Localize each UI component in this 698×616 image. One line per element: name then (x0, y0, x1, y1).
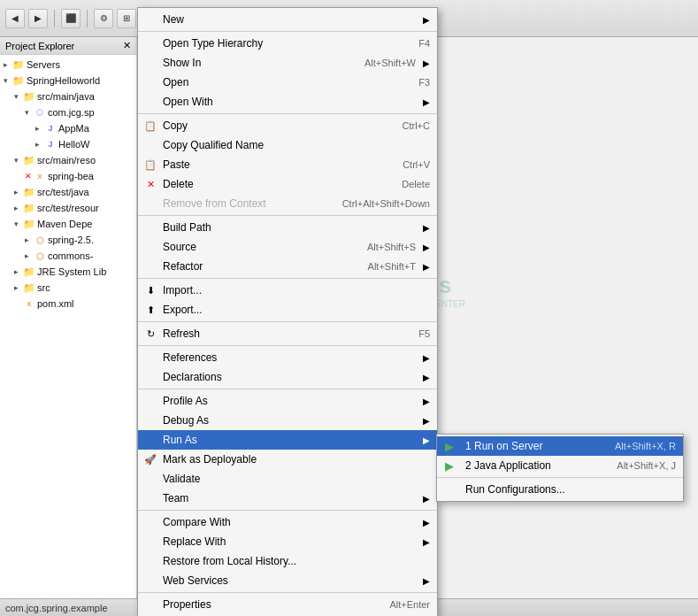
grid-button[interactable]: ⊞ (117, 9, 136, 28)
tree-item-servers[interactable]: ▸ 📁 Servers (0, 57, 136, 73)
menu-label-export: Export... (163, 304, 430, 316)
menu-item-show-in[interactable]: Show In Alt+Shift+W ▶ (138, 53, 437, 73)
tree-item-src-main-reso[interactable]: ▾ 📁 src/main/reso (0, 152, 136, 168)
menu-label-replace-with: Replace With (163, 535, 416, 548)
menu-item-source[interactable]: Source Alt+Shift+S ▶ (138, 237, 437, 257)
menu-label-profile-as: Profile As (163, 395, 416, 407)
tree-label: AppMa (58, 123, 89, 134)
menu-shortcut-open-type-hierarchy: F4 (418, 38, 430, 49)
menu-item-team[interactable]: Team ▶ (138, 489, 437, 508)
submenu-arrow: ▶ (423, 58, 430, 68)
refresh-icon: ↻ (143, 327, 157, 341)
tree-item-appma[interactable]: ▸ J AppMa (0, 120, 136, 136)
tree-label: commons- (48, 250, 93, 261)
menu-label-open-type-hierarchy: Open Type Hierarchy (163, 37, 401, 50)
submenu-arrow: ▶ (423, 537, 430, 547)
tree-item-src-main-java[interactable]: ▾ 📁 src/main/java (0, 89, 136, 104)
java-icon: J (44, 138, 57, 150)
menu-item-run-as[interactable]: Run As ▶ (138, 430, 437, 450)
menu-item-validate[interactable]: Validate (138, 469, 437, 489)
menu-item-paste[interactable]: 📋 Paste Ctrl+V (138, 155, 437, 174)
menu-item-replace-with[interactable]: Replace With ▶ (138, 532, 437, 551)
menu-label-open: Open (163, 76, 401, 89)
menu-item-export[interactable]: ⬆ Export... (138, 300, 437, 320)
run-as-submenu-item-run-on-server[interactable]: ▶ 1 Run on Server Alt+Shift+X, R (437, 436, 683, 456)
menu-item-new[interactable]: New ▶ (138, 10, 437, 29)
menu-item-restore-local-history[interactable]: Restore from Local History... (138, 551, 437, 571)
tree-item-commons[interactable]: ▸ ⬡ commons- (0, 248, 136, 264)
menu-separator (138, 389, 437, 389)
menu-item-refactor[interactable]: Refactor Alt+Shift+T ▶ (138, 257, 437, 276)
submenu-arrow: ▶ (423, 262, 430, 272)
tree-item-src-test-java[interactable]: ▸ 📁 src/test/java (0, 184, 136, 200)
menu-item-build-path[interactable]: Build Path ▶ (138, 218, 437, 237)
tree-arrow: ▾ (14, 219, 23, 228)
forward-button[interactable]: ▶ (28, 9, 48, 28)
menu-item-copy[interactable]: 📋 Copy Ctrl+C (138, 116, 437, 135)
menu-item-delete[interactable]: ✕ Delete Delete (138, 174, 437, 194)
menu-item-declarations[interactable]: Declarations ▶ (138, 367, 437, 387)
menu-separator (138, 345, 437, 346)
menu-item-properties[interactable]: Properties Alt+Enter (138, 595, 437, 614)
menu-shortcut-source: Alt+Shift+S (367, 242, 416, 252)
menu-shortcut-open: F3 (418, 77, 430, 88)
menu-item-copy-qualified-name[interactable]: Copy Qualified Name (138, 135, 437, 155)
tree-item-spring-2-5[interactable]: ▸ ⬡ spring-2.5. (0, 232, 136, 248)
toolbar-separator-2 (87, 10, 88, 27)
folder-icon: 📁 (23, 266, 35, 278)
paste-icon: 📋 (143, 158, 157, 172)
tree-item-maven-depe[interactable]: ▾ 📁 Maven Depe (0, 216, 136, 232)
tree-arrow: ▸ (14, 204, 23, 212)
menu-item-open-type-hierarchy[interactable]: Open Type Hierarchy F4 (138, 34, 437, 53)
package-icon: ⬡ (34, 106, 46, 119)
menu-item-web-services[interactable]: Web Services ▶ (138, 571, 437, 590)
menu-shortcut-run-on-server: Alt+Shift+X, R (615, 441, 676, 451)
tree-item-src-test-resour[interactable]: ▸ 📁 src/test/resour (0, 200, 136, 216)
menu-item-mark-as-deployable[interactable]: 🚀 Mark as Deployable (138, 450, 437, 469)
menu-item-open[interactable]: Open F3 (138, 73, 437, 92)
menu-separator (138, 31, 437, 32)
submenu-arrow: ▶ (423, 97, 430, 107)
back-button[interactable]: ◀ (5, 9, 25, 28)
close-icon[interactable]: ✕ (123, 40, 131, 51)
tree-arrow: ▾ (4, 76, 12, 85)
jar-icon: ⬡ (34, 250, 46, 262)
tree-item-src[interactable]: ▸ 📁 src (0, 280, 136, 296)
run-as-submenu-item-run-configurations[interactable]: Run Configurations... (437, 480, 683, 499)
tree-label: Maven Depe (37, 219, 92, 229)
tree-item-com-jcg[interactable]: ▾ ⬡ com.jcg.sp (0, 104, 136, 120)
submenu-arrow: ▶ (423, 416, 430, 426)
menu-label-new: New (163, 13, 416, 26)
settings-button[interactable]: ⚙ (94, 9, 113, 28)
menu-shortcut-copy: Ctrl+C (403, 120, 430, 131)
menu-label-build-path: Build Path (163, 221, 416, 234)
menu-item-compare-with[interactable]: Compare With ▶ (138, 512, 437, 532)
menu-item-import[interactable]: ⬇ Import... (138, 281, 437, 300)
menu-item-open-with[interactable]: Open With ▶ (138, 92, 437, 112)
project-explorer-header: Project Explorer ✕ (0, 37, 136, 55)
tree-arrow: ▸ (35, 124, 44, 133)
menu-label-delete: Delete (163, 178, 384, 190)
tree-item-spring-bea[interactable]: ✕ X spring-bea (0, 168, 136, 184)
status-text: com.jcg.spring.example (5, 603, 108, 613)
folder-icon: 📁 (23, 202, 35, 214)
tree-label: spring-bea (48, 171, 94, 181)
tree-item-springhelloworld[interactable]: ▾ 📁 SpringHelloworld (0, 73, 136, 89)
tree-item-jre[interactable]: ▸ 📁 JRE System Lib (0, 264, 136, 280)
tree-item-pom[interactable]: ▸ X pom.xml (0, 296, 136, 312)
tree-item-hello[interactable]: ▸ J HelloW (0, 136, 136, 152)
tree-arrow: ▾ (14, 92, 23, 101)
menu-item-references[interactable]: References ▶ (138, 348, 437, 367)
stop-button[interactable]: ⬛ (61, 9, 81, 28)
menu-item-remove-from-context[interactable]: Remove from Context Ctrl+Alt+Shift+Down (138, 194, 437, 213)
tree-label: com.jcg.sp (48, 107, 95, 118)
run-as-submenu-item-java-app[interactable]: ▶ 2 Java Application Alt+Shift+X, J (437, 456, 683, 475)
menu-shortcut-refactor: Alt+Shift+T (368, 261, 416, 272)
menu-label-import: Import... (163, 284, 430, 296)
menu-item-refresh[interactable]: ↻ Refresh F5 (138, 324, 437, 343)
menu-item-debug-as[interactable]: Debug As ▶ (138, 411, 437, 430)
menu-item-profile-as[interactable]: Profile As ▶ (138, 391, 437, 411)
submenu-arrow: ▶ (423, 243, 430, 252)
tree-label: src/main/java (37, 91, 95, 102)
menu-label-mark-as-deployable: Mark as Deployable (163, 453, 430, 466)
